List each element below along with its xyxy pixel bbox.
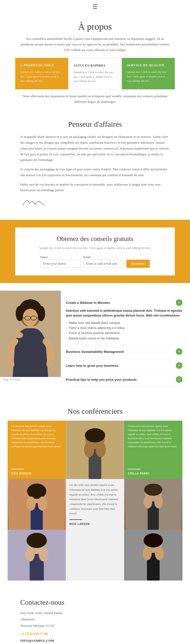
bullet-2: Tortor a risus viverra adipiscing a in t… (66, 325, 182, 331)
business-section: Penseur d'affaires Je m'appelle Mark Sta… (0, 112, 190, 220)
nick-name: NICK LARSON (69, 523, 90, 525)
feature-item-4-header[interactable]: Practical tips to help you price your pr… (66, 376, 182, 383)
feature-item-1-title: Create a Webinar in Minutes (66, 301, 110, 305)
feature-item-2: Business Sustainability Management + (66, 345, 182, 359)
svg-point-18 (38, 497, 47, 511)
bullet-1: Mattis nunc sed blandit libero volutpat. (66, 320, 182, 325)
contact-address-1: New York, 4140, chemin Parker. (20, 610, 170, 616)
card-3-text: Sample text. Click to select the text bo… (127, 70, 170, 83)
svg-point-4 (37, 306, 45, 321)
svg-point-33 (27, 533, 47, 548)
speaker-nina-card: J'ai décroché mon premier emploi avant l… (8, 421, 66, 530)
about-title: À propos (20, 21, 170, 32)
tips-name-label: Name (40, 256, 81, 259)
svg-point-15 (27, 484, 46, 499)
feature-person-image (0, 291, 61, 377)
svg-point-30 (154, 495, 163, 508)
tips-email-input[interactable] (83, 260, 124, 268)
feature-list: Create a Webinar in Minutes + Interdum v… (61, 291, 190, 392)
nina-quote: J'ai décroché mon premier emploi avant l… (11, 424, 62, 449)
contact-email[interactable]: INFO@SAMPLE.COM (20, 638, 170, 644)
tips-email-field: Email (83, 256, 124, 268)
speakers-grid-row1: J'ai décroché mon premier emploi avant l… (8, 421, 182, 530)
svg-point-21 (85, 428, 105, 442)
tips-subtitle: Sample text. Click to select the text bo… (25, 246, 165, 251)
svg-point-17 (27, 497, 36, 511)
svg-point-24 (96, 442, 106, 457)
svg-point-39 (144, 533, 163, 548)
feature-section: Image de Freepik Create a Webinar in Min… (0, 283, 190, 399)
feature-item-2-title: Business Sustainability Management (66, 350, 124, 354)
feature-item-3-header[interactable]: Learn how to grow your business + (66, 362, 182, 369)
hamburger-icon: ☰ (92, 4, 98, 10)
card-3-title: SERVICE DE QUALITÉ (127, 63, 170, 67)
feature-image-container: Image de Freepik (0, 291, 61, 392)
hamburger-menu[interactable]: ☰ (0, 0, 190, 14)
contact-section: Contactez-nous New York, 4140, chemin Pa… (0, 588, 190, 644)
svg-point-3 (16, 306, 24, 321)
tips-title: Obtenez des conseils gratuits (25, 235, 165, 243)
tips-email-label: Email (83, 256, 124, 259)
card-1-text: Sample text. Click to select the text bo… (20, 70, 63, 83)
svg-point-7 (15, 332, 23, 338)
svg-point-42 (155, 547, 164, 560)
feature-image-caption: Image de Freepik (0, 378, 61, 381)
tips-name-field: Name (40, 256, 81, 268)
contact-address-2: Allentown, (20, 616, 170, 623)
svg-point-29 (144, 495, 152, 508)
speaker-woman-right (124, 530, 182, 581)
svg-point-36 (39, 547, 48, 562)
card-2-title: ASTUCES RAPIDES (73, 64, 116, 68)
speaker-woman-left (8, 530, 66, 581)
feature-item-4-plus[interactable]: + (176, 376, 182, 383)
feature-item-3-title: Learn how to grow your business (66, 364, 118, 368)
feature-item-4-title: Practical tips to help you price your pr… (66, 378, 137, 382)
feature-item-3-plus[interactable]: + (176, 362, 182, 369)
card-tips: ASTUCES RAPIDES Sample text. Click to se… (68, 58, 122, 89)
tips-name-input[interactable] (40, 260, 81, 268)
card-quality: SERVICE DE QUALITÉ Sample text. Click to… (122, 58, 175, 89)
contact-info: New York, 4140, chemin Parker. Allentown… (20, 610, 170, 644)
svg-point-23 (84, 442, 94, 457)
nick-quote-container: J'ai décroché mon premier emploi avant l… (66, 479, 124, 519)
contact-address-3: Nouveau Mexique 31134 (20, 623, 170, 629)
feature-item-2-plus[interactable]: + (176, 348, 182, 355)
nick-quote: J'ai décroché mon premier emploi avant l… (69, 483, 121, 516)
signature (20, 198, 170, 210)
tips-section: Obtenez des conseils gratuits Sample tex… (0, 220, 190, 283)
card-about-us: À PROPOS DE NOUS Sample text. Click to s… (15, 58, 68, 89)
speakers-grid-row2 (8, 530, 182, 581)
contact-phone[interactable]: +1 (555) 656 77 89 (20, 631, 170, 638)
feature-item-1-lead: Interdum velit euismod in pellentesque m… (66, 308, 182, 318)
tips-form: Name Email Soumettre (25, 256, 165, 268)
tips-inner: Obtenez des conseils gratuits Sample tex… (15, 227, 175, 275)
business-para1: Je m'appelle Mark Stanson et je suis un … (20, 134, 170, 163)
feature-item-1-bullets: Mattis nunc sed blandit libero volutpat.… (66, 320, 182, 341)
card-2-text: Sample text. Click to select the text bo… (73, 70, 116, 84)
nina-name: NINA HUDSON (11, 472, 32, 475)
svg-point-27 (144, 484, 162, 496)
business-para3: Parlez-moi de vos besoins en matière de … (20, 182, 170, 193)
speaker-stella-card: J'ai décroché mon premier emploi avant l… (124, 421, 182, 530)
feature-item-4: Practical tips to help you price your pr… (66, 373, 182, 387)
bullet-4: Blandit turpis cursus in hac habitasse. (66, 336, 182, 341)
stella-quote: J'ai décroché mon premier emploi avant l… (128, 424, 179, 449)
feature-item-1-header[interactable]: Create a Webinar in Minutes + (66, 299, 182, 306)
card-1-title: À PROPOS DE NOUS (20, 63, 63, 67)
speakers-section: Nos conférenciers J'ai décroché mon prem… (0, 399, 190, 588)
contact-title: Contactez-nous (20, 598, 170, 606)
feature-item-1-plus[interactable]: + (176, 299, 182, 306)
svg-point-35 (25, 547, 35, 562)
business-title: Penseur d'affaires (20, 120, 170, 128)
tips-submit-button[interactable]: Soumettre (126, 260, 149, 268)
business-para2: Je conçois des packagings de tous types … (20, 167, 170, 178)
cards-row: À PROPOS DE NOUS Sample text. Click to s… (15, 58, 175, 89)
about-section: À propos Nos conseillers automobiles fac… (0, 14, 190, 58)
feature-item-1: Create a Webinar in Minutes + Interdum v… (66, 296, 182, 345)
stella-name: STELLA PERRY (128, 472, 150, 475)
about-bottom: Nous effectuons des réparations de haute… (0, 89, 190, 112)
feature-item-2-header[interactable]: Business Sustainability Management + (66, 348, 182, 355)
bullet-3: Purus ut faucibus pulvinar elementum. (66, 331, 182, 336)
speaker-empty-center (66, 530, 124, 581)
feature-item-3: Learn how to grow your business + (66, 359, 182, 373)
